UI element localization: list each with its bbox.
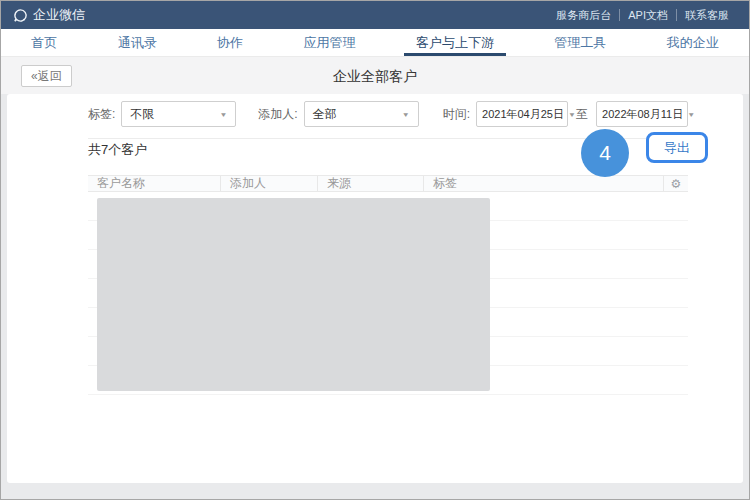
adder-filter-select[interactable]: 全部 ▼	[304, 101, 419, 127]
chevron-down-icon: ▼	[687, 110, 695, 117]
filter-bar: 标签: 不限 ▼ 添加人: 全部 ▼ 时间: 2021年04月25日 ▼ 至 2…	[88, 101, 688, 127]
topbar-link[interactable]: API文档	[619, 9, 676, 21]
wechat-work-logo-icon	[13, 8, 28, 23]
nav-item[interactable]: 应用管理	[291, 29, 367, 56]
date-to-value: 2022年08月11日	[602, 107, 683, 122]
date-range-separator: 至	[576, 106, 588, 123]
nav-item-label: 我的企业	[667, 34, 719, 52]
adder-filter-label: 添加人:	[258, 106, 297, 123]
topbar-link[interactable]: 服务商后台	[548, 9, 619, 21]
app-name: 企业微信	[33, 6, 85, 24]
table-header-columns: 客户名称 添加人 来源 标签	[88, 176, 663, 191]
toolbar: «返回 企业全部客户	[1, 56, 749, 94]
date-to-select[interactable]: 2022年08月11日 ▼	[596, 101, 688, 127]
page-title: 企业全部客户	[1, 57, 749, 95]
main-nav: 首页 通讯录 协作 应用管理 客户与上下游 管理工具 我的企业	[1, 29, 749, 56]
tag-filter-select[interactable]: 不限 ▼	[121, 101, 236, 127]
nav-item[interactable]: 客户与上下游	[404, 29, 506, 56]
chevron-down-icon: ▼	[568, 110, 576, 117]
nav-item[interactable]: 通讯录	[106, 29, 169, 56]
table-header: 客户名称 添加人 来源 标签 ⚙	[88, 175, 688, 192]
topbar-link[interactable]: 联系客服	[676, 9, 737, 21]
step-badge: 4	[581, 129, 629, 177]
nav-item[interactable]: 首页	[19, 29, 69, 56]
topbar: 企业微信 服务商后台 API文档 联系客服	[1, 1, 749, 29]
date-from-select[interactable]: 2021年04月25日 ▼	[476, 101, 568, 127]
nav-item-label: 首页	[31, 34, 57, 52]
time-filter-label: 时间:	[443, 106, 470, 123]
table-column-header: 标签	[423, 176, 663, 191]
table-column-header: 客户名称	[88, 176, 220, 191]
nav-item-label: 通讯录	[118, 34, 157, 52]
nav-item-label: 协作	[217, 34, 243, 52]
table-column-header: 来源	[317, 176, 423, 191]
nav-item[interactable]: 协作	[205, 29, 255, 56]
app-logo[interactable]: 企业微信	[13, 6, 85, 24]
nav-item-label: 客户与上下游	[416, 34, 494, 52]
chevron-down-icon: ▼	[402, 110, 410, 117]
gear-icon: ⚙	[671, 178, 682, 190]
nav-item[interactable]: 管理工具	[542, 29, 618, 56]
tag-filter-value: 不限	[130, 106, 154, 123]
date-from-value: 2021年04月25日	[482, 107, 564, 122]
nav-item[interactable]: 我的企业	[655, 29, 731, 56]
export-button[interactable]: 导出	[664, 139, 690, 157]
column-settings-button[interactable]: ⚙	[663, 176, 688, 191]
nav-item-label: 管理工具	[554, 34, 606, 52]
tag-filter-label: 标签:	[88, 106, 115, 123]
export-highlight: 导出	[646, 132, 708, 163]
topbar-links: 服务商后台 API文档 联系客服	[548, 9, 737, 21]
back-button[interactable]: «返回	[21, 65, 72, 87]
app-window: 企业微信 服务商后台 API文档 联系客服 首页 通讯录 协作 应用管理 客户与…	[0, 0, 750, 500]
table-column-header: 添加人	[220, 176, 317, 191]
customer-count: 共7个客户	[88, 141, 147, 159]
content-card: 标签: 不限 ▼ 添加人: 全部 ▼ 时间: 2021年04月25日 ▼ 至 2…	[7, 94, 743, 483]
nav-item-label: 应用管理	[303, 34, 355, 52]
chevron-down-icon: ▼	[219, 110, 227, 117]
privacy-mask	[97, 198, 490, 391]
adder-filter-value: 全部	[313, 106, 337, 123]
